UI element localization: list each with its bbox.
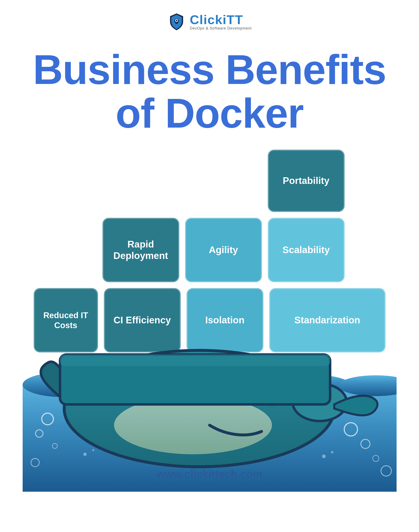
- logo-subtitle: DevOps & Software Development: [190, 26, 251, 30]
- svg-rect-16: [60, 355, 330, 366]
- svg-point-28: [331, 451, 333, 453]
- logo-text: ClickiTT DevOps & Software Development: [190, 13, 251, 30]
- header: ClickiTT DevOps & Software Development: [0, 0, 419, 35]
- footer: www.clickittech.com: [0, 467, 419, 480]
- logo-container: ClickiTT DevOps & Software Development: [167, 13, 251, 31]
- page-title: Business Benefits of Docker: [17, 48, 402, 135]
- cargo-box-portability: Portability: [268, 150, 345, 212]
- footer-url: www.clickittech.com: [157, 468, 262, 480]
- cargo-row-1: Portability: [33, 150, 386, 212]
- svg-point-25: [83, 452, 87, 456]
- svg-point-26: [92, 449, 94, 451]
- whale-illustration: [23, 263, 397, 492]
- illustration-area: Portability Rapid Deployment Agility Sca…: [0, 143, 419, 492]
- clickit-logo-icon: [167, 13, 186, 31]
- page-title-area: Business Benefits of Docker: [0, 35, 419, 143]
- svg-point-27: [322, 454, 326, 458]
- svg-point-3: [176, 20, 177, 21]
- logo-name: ClickiTT: [190, 13, 251, 26]
